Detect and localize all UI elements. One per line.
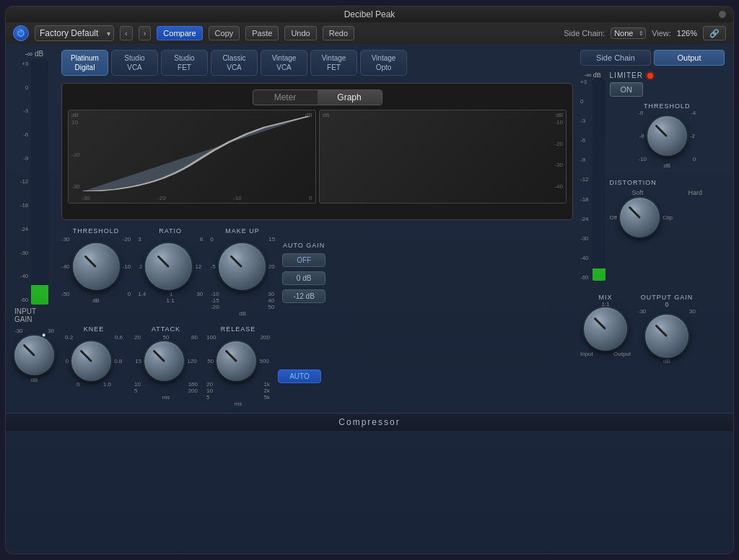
left-vu-scale: +3 0 -3 -6 -9 -12 -18 -24 -30 -40 -60 — [20, 59, 29, 305]
release-label: RELEASE — [221, 325, 256, 333]
input-gain-knob[interactable] — [14, 336, 54, 375]
ratio-knob[interactable] — [145, 243, 192, 290]
power-button[interactable] — [13, 25, 29, 41]
right-vu-meter — [592, 79, 605, 281]
limiter-threshold-group: THRESHOLD -6 -4 -8 -2 -10 0 — [610, 102, 725, 169]
output-gain-label: OUTPUT GAIN — [641, 294, 693, 301]
output-gain-unit: dB — [663, 358, 670, 364]
view-value: 126% — [677, 29, 697, 38]
undo-button[interactable]: Undo — [284, 26, 316, 40]
compressor-label: Compressor — [338, 417, 400, 427]
small-knobs-row: KNEE 0.2 0.6 0 0.8 0 1.0 — [61, 325, 573, 407]
limiter-indicator — [647, 73, 653, 79]
main-knobs-row: THRESHOLD -30 -20 -40 -10 -50 0 — [61, 227, 573, 317]
knee-group: KNEE 0.2 0.6 0 0.8 0 1.0 — [61, 325, 126, 407]
limiter-unit: dB — [663, 162, 670, 169]
threshold-label: THRESHOLD — [73, 227, 120, 235]
release-knob[interactable] — [217, 341, 256, 381]
comp-tab-platinum[interactable]: PlatinumDigital — [61, 50, 108, 76]
auto-gain-12db-button[interactable]: -12 dB — [282, 289, 325, 303]
attack-label: ATTACK — [152, 325, 180, 333]
auto-gain-off-button[interactable]: OFF — [282, 253, 325, 267]
minimize-button[interactable] — [719, 11, 726, 18]
mix-input: Input — [580, 351, 593, 357]
mix-group: MIX 1:1 Input Output — [580, 294, 631, 357]
limiter-threshold-label: THRESHOLD — [644, 102, 691, 110]
sidechain-tab[interactable]: Side Chain — [580, 50, 651, 66]
mix-scale-top: 1:1 — [601, 301, 609, 307]
auto-gain-section: AUTO GAIN OFF 0 dB -12 dB — [282, 227, 325, 303]
preset-select[interactable]: Factory Default — [35, 25, 114, 41]
ratio-group: RATIO 3 8 2 12 1.4 1 30 1:1 — [138, 227, 203, 304]
input-gain-section-label: INPUT GAIN — [14, 307, 54, 323]
compare-button[interactable]: Compare — [157, 26, 202, 40]
mix-knob[interactable] — [584, 307, 627, 351]
graph-display: dB dB 10 -20 -30 -30 -2 — [68, 110, 567, 204]
output-gain-knob[interactable] — [645, 315, 688, 358]
knee-knob[interactable] — [71, 341, 111, 381]
transfer-curve-svg — [83, 116, 310, 191]
makeup-knob[interactable] — [219, 243, 266, 290]
input-gain-group: -30 30 dB — [14, 328, 54, 383]
attack-group: ATTACK 20 50 80 15 120 10 160 — [134, 325, 198, 407]
graph-right-panel: dB dB -10 -20 -30 -40 — [319, 110, 567, 204]
input-gain-unit: dB — [31, 377, 38, 383]
output-tab[interactable]: Output — [654, 50, 725, 66]
sidechain-output-tabs: Side Chain Output — [580, 50, 725, 66]
graph-tabs: Meter Graph — [253, 89, 382, 105]
distortion-section: DISTORTION Soft Hard Off Clip — [610, 175, 725, 237]
threshold-unit: dB — [92, 297, 100, 304]
threshold-group: THRESHOLD -30 -20 -40 -10 -50 0 — [61, 227, 131, 304]
makeup-label: MAKE UP — [225, 227, 260, 235]
right-section: Side Chain Output -∞ dB +3 0 -3 -6 — [580, 50, 725, 407]
mix-output: Output — [613, 351, 631, 357]
distortion-knob[interactable] — [620, 198, 660, 237]
bottom-label: Compressor — [6, 413, 733, 431]
mix-output-row: MIX 1:1 Input Output OUTPUT GAIN 0 -30 3… — [580, 294, 725, 364]
input-vu-label: -∞ dB — [25, 50, 43, 58]
distortion-off: Off — [610, 214, 618, 221]
comp-tab-studio-vca[interactable]: StudioVCA — [111, 50, 158, 76]
comp-tab-vintage-opto[interactable]: VintageOpto — [360, 50, 407, 76]
preset-wrapper: Factory Default — [35, 25, 114, 41]
comp-tab-classic-vca[interactable]: ClassicVCA — [211, 50, 258, 76]
nav-back-button[interactable]: ‹ — [120, 26, 133, 40]
window-title: Decibel Peak — [344, 9, 395, 19]
distortion-knob-row: Off Clip — [610, 198, 725, 237]
right-vu-group: -∞ dB +3 0 -3 -6 -9 -12 -18 -24 — [580, 71, 605, 281]
comp-tab-studio-fet[interactable]: StudioFET — [161, 50, 208, 76]
copy-button[interactable]: Copy — [209, 26, 240, 40]
release-unit: ms — [235, 401, 242, 407]
nav-forward-button[interactable]: › — [139, 26, 152, 40]
auto-release-section: AUTO — [278, 325, 321, 407]
distortion-clip: Clip — [663, 214, 673, 221]
comp-type-tabs: PlatinumDigital StudioVCA StudioFET Clas… — [61, 50, 573, 76]
sidechain-select[interactable]: None — [611, 27, 646, 39]
graph-tab-meter[interactable]: Meter — [253, 90, 318, 105]
threshold-knob[interactable] — [73, 243, 120, 290]
output-gain-value: 0 — [665, 301, 668, 308]
left-vu-meter — [31, 59, 48, 305]
makeup-unit: dB — [239, 310, 246, 317]
release-group: RELEASE 100 200 50 500 20 1k — [206, 325, 271, 407]
makeup-group: MAKE UP 0 15 -5 20 -10 30 — [210, 227, 275, 317]
ratio-label: RATIO — [159, 227, 182, 235]
redo-button[interactable]: Redo — [323, 26, 354, 40]
plugin-window: Decibel Peak Factory Default ‹ › Compare… — [5, 6, 734, 554]
comp-tab-vintage-vca[interactable]: VintageVCA — [261, 50, 307, 76]
comp-tab-vintage-fet[interactable]: VintageFET — [310, 50, 357, 76]
limiter-distortion-area: LIMITER ON THRESHOLD -6 -4 -8 — [610, 71, 725, 281]
limiter-threshold-knob[interactable] — [647, 116, 687, 156]
sidechain-label: Side Chain: — [564, 29, 605, 38]
graph-tab-graph[interactable]: Graph — [318, 90, 382, 105]
attack-knob[interactable] — [144, 341, 184, 381]
attack-unit: ms — [162, 394, 170, 401]
center-area: PlatinumDigital StudioVCA StudioFET Clas… — [61, 50, 573, 407]
limiter-on-button[interactable]: ON — [610, 82, 644, 97]
view-label: View: — [652, 29, 671, 38]
paste-button[interactable]: Paste — [245, 26, 279, 40]
link-button[interactable]: 🔗 — [703, 26, 726, 40]
auto-release-button[interactable]: AUTO — [278, 369, 321, 383]
auto-gain-0db-button[interactable]: 0 dB — [282, 271, 325, 285]
window-controls — [719, 11, 726, 18]
